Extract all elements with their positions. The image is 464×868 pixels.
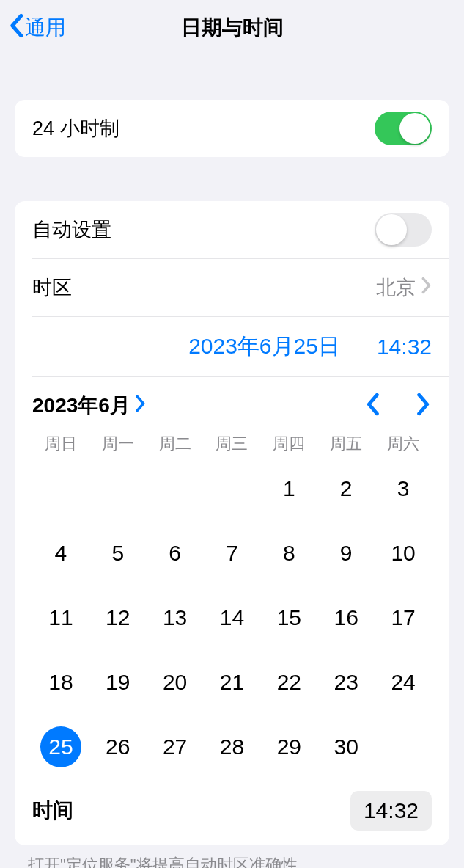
time-display[interactable]: 14:32 [377, 335, 432, 360]
day-cell[interactable]: 12 [89, 597, 147, 638]
day-cell[interactable]: 17 [375, 597, 432, 638]
day-cell[interactable]: 2 [317, 468, 375, 509]
chevron-left-icon [7, 13, 25, 43]
day-cell[interactable]: 9 [317, 533, 375, 574]
day-cell[interactable]: 19 [89, 662, 147, 703]
time-label: 时间 [32, 797, 73, 825]
timezone-row[interactable]: 时区 北京 [15, 259, 449, 316]
chevron-right-icon [421, 277, 432, 299]
weekday-label: 周三 [204, 433, 261, 455]
calendar: 2023年6月 周日周一周二周三周四周五周六 12345678 [15, 377, 449, 785]
day-cell[interactable]: 20 [147, 662, 204, 703]
weekday-label: 周四 [260, 433, 317, 455]
time-picker-button[interactable]: 14:32 [350, 791, 432, 831]
time-row: 时间 14:32 [15, 785, 449, 845]
day-cell[interactable]: 28 [204, 726, 261, 767]
day-blank [204, 468, 261, 509]
weekday-label: 周日 [32, 433, 89, 455]
month-label: 2023年6月 [32, 392, 130, 420]
timezone-value: 北京 [376, 274, 416, 301]
month-picker-button[interactable]: 2023年6月 [32, 392, 147, 420]
day-cell[interactable]: 14 [204, 597, 261, 638]
auto-set-toggle[interactable] [375, 213, 432, 247]
twenty-four-hour-toggle[interactable] [375, 112, 432, 145]
day-cell[interactable]: 1 [260, 468, 317, 509]
chevron-right-icon [135, 394, 147, 417]
day-cell[interactable]: 8 [260, 533, 317, 574]
twenty-four-hour-label: 24 小时制 [32, 115, 119, 142]
day-cell[interactable]: 16 [317, 597, 375, 638]
chevron-right-icon [416, 393, 432, 419]
day-cell[interactable]: 5 [89, 533, 147, 574]
footer-note: 打开"定位服务"将提高自动时区准确性。 [0, 845, 464, 868]
day-cell[interactable]: 6 [147, 533, 204, 574]
day-cell[interactable]: 27 [147, 726, 204, 767]
day-cell[interactable]: 30 [317, 726, 375, 767]
back-label: 通用 [25, 14, 66, 42]
day-cell[interactable]: 23 [317, 662, 375, 703]
weekday-label: 周一 [89, 433, 147, 455]
day-cell[interactable]: 24 [375, 662, 432, 703]
weekday-label: 周二 [147, 433, 204, 455]
page-title: 日期与时间 [181, 14, 284, 42]
day-selected[interactable]: 25 [40, 726, 81, 767]
day-cell[interactable]: 26 [89, 726, 147, 767]
next-month-button[interactable] [416, 393, 432, 419]
day-blank [89, 468, 147, 509]
day-cell[interactable]: 29 [260, 726, 317, 767]
prev-month-button[interactable] [364, 393, 380, 419]
day-cell[interactable]: 18 [32, 662, 89, 703]
date-display[interactable]: 2023年6月25日 [188, 332, 340, 362]
back-button[interactable]: 通用 [7, 13, 66, 43]
twenty-four-hour-row: 24 小时制 [15, 100, 449, 157]
day-cell[interactable]: 4 [32, 533, 89, 574]
day-cell[interactable]: 13 [147, 597, 204, 638]
timezone-label: 时区 [32, 274, 72, 301]
datetime-summary-row: 2023年6月25日 14:32 [15, 317, 449, 376]
day-cell[interactable]: 7 [204, 533, 261, 574]
day-cell[interactable]: 21 [204, 662, 261, 703]
toggle-knob [399, 113, 430, 144]
chevron-left-icon [364, 393, 380, 419]
day-cell[interactable]: 10 [375, 533, 432, 574]
toggle-knob [376, 214, 407, 245]
day-blank [32, 468, 89, 509]
day-blank [147, 468, 204, 509]
auto-set-label: 自动设置 [32, 216, 111, 243]
day-cell[interactable]: 11 [32, 597, 89, 638]
weekday-label: 周五 [317, 433, 375, 455]
weekday-label: 周六 [375, 433, 432, 455]
auto-set-row: 自动设置 [15, 201, 449, 258]
day-cell[interactable]: 15 [260, 597, 317, 638]
day-cell[interactable]: 3 [375, 468, 432, 509]
day-cell[interactable]: 22 [260, 662, 317, 703]
